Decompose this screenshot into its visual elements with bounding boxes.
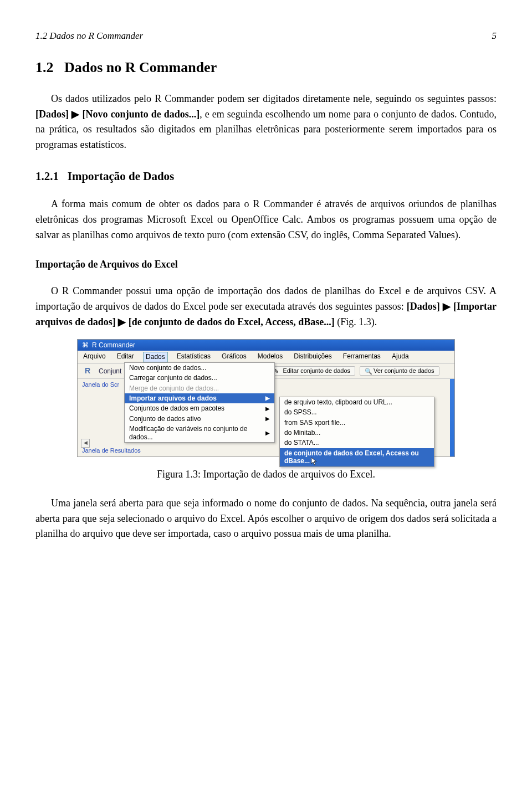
submenu-item-excel[interactable]: de conjunto de dados do Excel, Access ou… bbox=[280, 448, 434, 466]
app-icon: ⌘ bbox=[82, 341, 89, 349]
chevron-right-icon: ▶ bbox=[265, 430, 270, 437]
window-title: R Commander bbox=[92, 341, 135, 349]
mouse-cursor-icon bbox=[311, 458, 318, 465]
menu-editar[interactable]: Editar bbox=[115, 352, 136, 362]
window-titlebar: ⌘ R Commander bbox=[78, 340, 454, 351]
submenu-item-stata[interactable]: do STATA... bbox=[280, 438, 434, 448]
scroll-left-button[interactable]: ◀ bbox=[81, 439, 90, 448]
menu-arquivo[interactable]: Arquivo bbox=[81, 352, 108, 362]
chevron-right-icon: ▶ bbox=[265, 415, 270, 422]
edit-dataset-button[interactable]: ✎ Editar conjunto de dados bbox=[269, 366, 355, 376]
submenu-item-spss[interactable]: do SPSS... bbox=[280, 407, 434, 417]
menu-item-modvar[interactable]: Modificação de variáveis no conjunto de … bbox=[125, 424, 274, 442]
toolbar-dataset-label: Conjunt bbox=[99, 367, 121, 375]
menu-item-pacotes[interactable]: Conjuntos de dados em pacotes ▶ bbox=[125, 403, 274, 413]
menu-item-carregar[interactable]: Carregar conjunto de dados... bbox=[125, 373, 274, 383]
r-logo-icon: R bbox=[81, 366, 94, 376]
dados-dropdown: Novo conjunto de dados... Carregar conju… bbox=[124, 362, 275, 443]
chevron-right-icon: ▶ bbox=[265, 395, 270, 402]
submenu-item-sas[interactable]: from SAS xport file... bbox=[280, 418, 434, 428]
menu-distribuicoes[interactable]: Distribuições bbox=[291, 352, 334, 362]
window-right-edge bbox=[450, 379, 454, 456]
chevron-right-icon: ▶ bbox=[265, 406, 270, 412]
menu-item-merge: Merge de conjunto de dados... bbox=[125, 383, 274, 393]
running-header: 1.2 Dados no R Commander 5 bbox=[35, 29, 497, 43]
window-body: Janela do Scr Novo conjunto de dados... … bbox=[78, 379, 454, 456]
submenu-item-minitab[interactable]: do Minitab... bbox=[280, 428, 434, 438]
menu-item-importar[interactable]: Importar arquivos de dados ▶ bbox=[125, 393, 274, 403]
menu-modelos[interactable]: Modelos bbox=[255, 352, 285, 362]
header-page-number: 5 bbox=[492, 29, 497, 43]
section-title: 1.2 Dados no R Commander bbox=[35, 57, 497, 79]
menu-estatisticas[interactable]: Estatísticas bbox=[175, 352, 213, 362]
figure-1-3: ⌘ R Commander Arquivo Editar Dados Estat… bbox=[35, 339, 497, 483]
menu-dados[interactable]: Dados bbox=[143, 352, 168, 362]
subsection-title: 1.2.1 Importação de Dados bbox=[35, 167, 497, 186]
paragraph-4: Uma janela será aberta para que seja inf… bbox=[35, 496, 497, 542]
view-dataset-button[interactable]: 🔍 Ver conjunto de dados bbox=[360, 366, 439, 376]
paragraph-3: O R Commander possui uma opção de import… bbox=[35, 284, 497, 330]
menu-graficos[interactable]: Gráficos bbox=[219, 352, 249, 362]
paragraph-2: A forma mais comum de obter os dados par… bbox=[35, 197, 497, 243]
menu-ferramentas[interactable]: Ferramentas bbox=[341, 352, 383, 362]
figure-caption: Figura 1.3: Importação de dados de arqui… bbox=[35, 467, 497, 483]
paragraph-1: Os dados utilizados pelo R Commander pod… bbox=[35, 91, 497, 153]
subsubheading: Importação de Arquivos do Excel bbox=[35, 257, 497, 273]
screenshot-rcommander: ⌘ R Commander Arquivo Editar Dados Estat… bbox=[77, 339, 455, 457]
results-area-label: Janela de Resultados bbox=[82, 447, 141, 454]
header-section-ref: 1.2 Dados no R Commander bbox=[35, 29, 143, 43]
menu-item-novo[interactable]: Novo conjunto de dados... bbox=[125, 363, 274, 373]
menu-item-ativo[interactable]: Conjunto de dados ativo ▶ bbox=[125, 414, 274, 424]
magnifier-icon: 🔍 bbox=[365, 368, 371, 375]
importar-submenu: de arquivo texto, clipboard ou URL... do… bbox=[279, 397, 434, 467]
svg-marker-0 bbox=[311, 458, 316, 465]
menu-ajuda[interactable]: Ajuda bbox=[390, 352, 411, 362]
edit-icon: ✎ bbox=[274, 368, 280, 375]
submenu-item-texto[interactable]: de arquivo texto, clipboard ou URL... bbox=[280, 397, 434, 407]
